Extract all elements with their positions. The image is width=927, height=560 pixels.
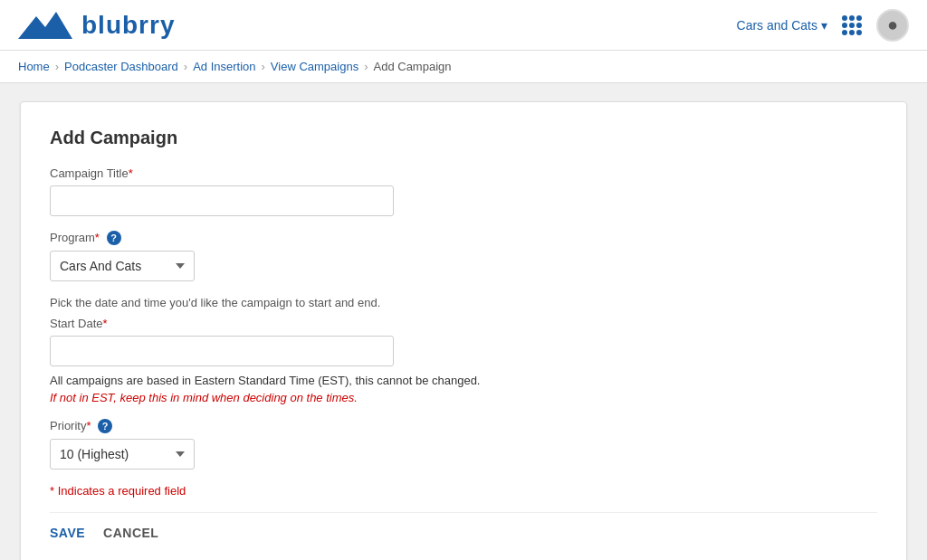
priority-group: Priority* ? 10 (Highest) 9 8 7 6 5 4 3 2… xyxy=(50,419,877,470)
logo-icon xyxy=(18,7,72,43)
campaign-title-input[interactable] xyxy=(50,185,394,216)
logo-text: blubrry xyxy=(81,11,175,40)
breadcrumb-podcaster-dashboard[interactable]: Podcaster Dashboard xyxy=(64,60,178,73)
cancel-button[interactable]: CANCEL xyxy=(103,520,158,546)
timezone-note: All campaigns are based in Eastern Stand… xyxy=(50,374,877,387)
campaign-title-group: Campaign Title* xyxy=(50,166,877,216)
program-help-icon[interactable]: ? xyxy=(107,231,121,245)
required-star-program: * xyxy=(95,231,100,244)
required-star-priority: * xyxy=(86,419,91,432)
form-card: Add Campaign Campaign Title* Program* ? … xyxy=(20,101,907,560)
timezone-warning: If not in EST, keep this in mind when de… xyxy=(50,391,877,404)
avatar[interactable]: ● xyxy=(876,9,909,42)
grid-dot xyxy=(849,30,855,35)
start-date-input[interactable] xyxy=(50,336,394,366)
breadcrumb-separator-2: › xyxy=(184,60,187,73)
breadcrumb-separator-1: › xyxy=(55,60,59,73)
required-star-title: * xyxy=(129,166,133,180)
account-link[interactable]: Cars and Cats ▾ xyxy=(737,18,827,33)
campaign-title-label: Campaign Title* xyxy=(50,166,877,180)
program-label: Program* ? xyxy=(50,231,877,245)
grid-dot xyxy=(849,15,855,21)
breadcrumb-separator-3: › xyxy=(262,60,265,73)
breadcrumb-separator-4: › xyxy=(364,60,368,73)
start-date-group: Start Date* All campaigns are based in E… xyxy=(50,317,877,404)
main-content: Add Campaign Campaign Title* Program* ? … xyxy=(0,83,927,560)
priority-help-icon[interactable]: ? xyxy=(98,419,112,433)
grid-dot xyxy=(842,15,847,21)
form-actions: SAVE CANCEL xyxy=(50,512,877,546)
breadcrumb-home[interactable]: Home xyxy=(18,60,50,73)
grid-dot xyxy=(856,30,862,35)
header: blubrry Cars and Cats ▾ ● xyxy=(0,0,927,51)
breadcrumb: Home › Podcaster Dashboard › Ad Insertio… xyxy=(0,51,927,83)
program-select[interactable]: Cars And Cats xyxy=(50,251,195,281)
grid-dot xyxy=(842,23,847,28)
save-button[interactable]: SAVE xyxy=(50,520,85,546)
priority-label: Priority* ? xyxy=(50,419,877,433)
grid-dot xyxy=(856,15,862,21)
grid-icon[interactable] xyxy=(842,15,862,35)
required-note: * Indicates a required field xyxy=(50,484,877,498)
priority-select[interactable]: 10 (Highest) 9 8 7 6 5 4 3 2 1 (Lowest) xyxy=(50,439,195,470)
page-title: Add Campaign xyxy=(50,128,877,148)
account-dropdown-icon: ▾ xyxy=(821,18,827,33)
account-label: Cars and Cats xyxy=(737,18,817,33)
grid-dot xyxy=(856,23,862,28)
required-star-date: * xyxy=(103,317,108,330)
header-right: Cars and Cats ▾ ● xyxy=(737,9,909,42)
breadcrumb-view-campaigns[interactable]: View Campaigns xyxy=(271,60,358,73)
date-hint: Pick the date and time you'd like the ca… xyxy=(50,296,877,309)
grid-dot xyxy=(849,23,855,28)
svg-marker-0 xyxy=(18,12,72,39)
breadcrumb-ad-insertion[interactable]: Ad Insertion xyxy=(193,60,255,73)
grid-dot xyxy=(842,30,847,35)
program-group: Program* ? Cars And Cats xyxy=(50,231,877,281)
logo-area: blubrry xyxy=(18,7,175,43)
start-date-label: Start Date* xyxy=(50,317,877,330)
breadcrumb-add-campaign: Add Campaign xyxy=(374,60,452,73)
